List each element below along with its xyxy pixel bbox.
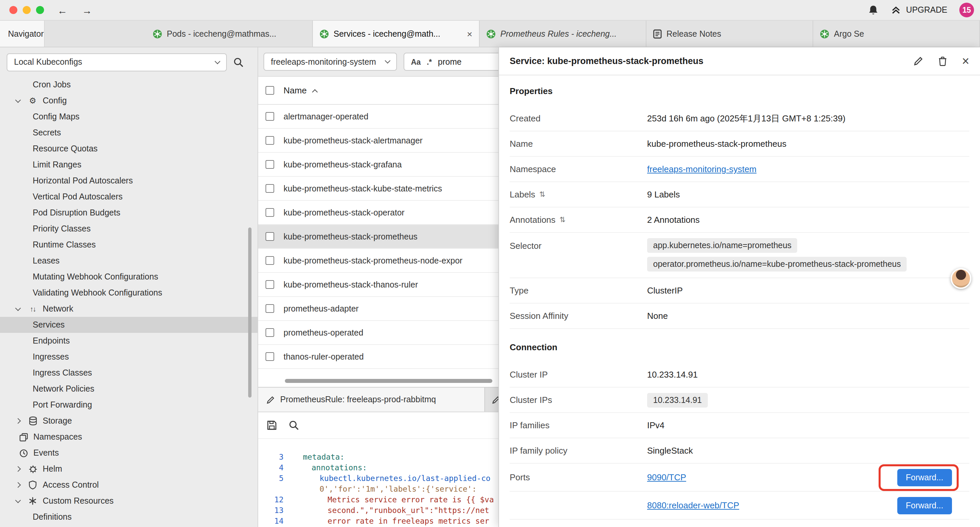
table-row[interactable]: kube-prometheus-stack-kube-state-metrics	[258, 177, 498, 201]
tab-prometheus-rules[interactable]: Prometheus Rules - icecheng...	[480, 21, 646, 47]
table-row[interactable]: thanos-ruler-operated	[258, 345, 498, 369]
dock-tab-partial[interactable]	[485, 388, 498, 412]
sidebar-item-validating-webhook-configurations[interactable]: Validating Webhook Configurations	[0, 285, 258, 301]
sort-ascending-icon[interactable]	[312, 89, 318, 95]
sidebar-group-config[interactable]: ⚙Config	[0, 93, 258, 109]
table-row[interactable]: kube-prometheus-stack-alertmanager	[258, 129, 498, 153]
search-icon[interactable]	[289, 420, 299, 430]
cluster-ip-badge: 10.233.14.91	[647, 393, 708, 407]
port-link[interactable]: 9090/TCP	[647, 472, 686, 482]
bell-icon[interactable]	[868, 4, 878, 16]
tab-services[interactable]: Services - icecheng@math... ×	[313, 21, 480, 47]
sidebar-item-label: Horizontal Pod Autoscalers	[33, 176, 133, 185]
sidebar-item-runtime-classes[interactable]: Runtime Classes	[0, 237, 258, 253]
sidebar-item-ingresses[interactable]: Ingresses	[0, 349, 258, 365]
sidebar-item-port-forwarding[interactable]: Port Forwarding	[0, 397, 258, 413]
maximize-window-button[interactable]	[36, 6, 44, 14]
sidebar-scrollbar[interactable]	[248, 228, 251, 398]
close-icon[interactable]: ×	[962, 55, 969, 67]
tab-pods[interactable]: Pods - icecheng@mathmas...	[146, 21, 313, 47]
sidebar-group-custom-resources[interactable]: Custom Resources	[0, 493, 258, 509]
forward-button[interactable]: Forward...	[897, 497, 952, 514]
expand-toggle-icon[interactable]: ⇅	[539, 190, 546, 199]
minimize-window-button[interactable]	[23, 6, 31, 14]
search-input[interactable]: Aa .* prome	[404, 53, 498, 71]
sidebar-item-network-policies[interactable]: Network Policies	[0, 381, 258, 397]
yaml-editor[interactable]: 3metadata: 4annotations: 5kubectl.kubern…	[258, 439, 498, 526]
sidebar-item-limit-ranges[interactable]: Limit Ranges	[0, 157, 258, 173]
sidebar-item-endpoints[interactable]: Endpoints	[0, 333, 258, 349]
regex-toggle[interactable]: .*	[426, 58, 432, 66]
sidebar-group-storage[interactable]: Storage	[0, 413, 258, 429]
row-checkbox[interactable]	[266, 352, 274, 361]
kubeconfig-selector[interactable]: Local Kubeconfigs	[7, 53, 227, 71]
sidebar-item-services[interactable]: Services	[0, 317, 258, 333]
table-row[interactable]: kube-prometheus-stack-prometheus-node-ex…	[258, 249, 498, 273]
match-case-toggle[interactable]: Aa	[411, 58, 421, 66]
table-row[interactable]: kube-prometheus-stack-thanos-ruler	[258, 273, 498, 297]
sidebar-item-horizontal-pod-autoscalers[interactable]: Horizontal Pod Autoscalers	[0, 173, 258, 189]
notification-badge[interactable]: 15	[959, 3, 974, 18]
row-checkbox[interactable]	[266, 232, 274, 241]
tab-argo[interactable]: Argo Se	[813, 21, 980, 47]
sidebar-item-vertical-pod-autoscalers[interactable]: Vertical Pod Autoscalers	[0, 189, 258, 205]
name-column-header[interactable]: Name	[283, 85, 307, 96]
sidebar-item-namespaces[interactable]: Namespaces	[0, 429, 258, 445]
row-checkbox[interactable]	[266, 304, 274, 313]
row-checkbox[interactable]	[266, 256, 274, 265]
close-window-button[interactable]	[10, 6, 18, 14]
sidebar-group-helm[interactable]: Helm	[0, 461, 258, 477]
property-value: None	[647, 311, 668, 321]
code-line: Metrics service error rate is {{ $va	[289, 495, 494, 504]
sidebar-item-pod-disruption-budgets[interactable]: Pod Disruption Budgets	[0, 205, 258, 221]
table-row[interactable]: kube-prometheus-stack-operator	[258, 201, 498, 225]
sidebar-item-mutating-webhook-configurations[interactable]: Mutating Webhook Configurations	[0, 269, 258, 285]
sidebar-item-ingress-classes[interactable]: Ingress Classes	[0, 365, 258, 381]
sidebar-item-priority-classes[interactable]: Priority Classes	[0, 221, 258, 237]
table-row[interactable]: alertmanager-operated	[258, 105, 498, 129]
code-line: kubectl.kubernetes.io/last-applied-co	[289, 474, 490, 483]
forward-button[interactable]: Forward...	[897, 469, 952, 486]
search-value[interactable]: prome	[438, 57, 461, 66]
sidebar-item-secrets[interactable]: Secrets	[0, 125, 258, 141]
sidebar-item-events[interactable]: Events	[0, 445, 258, 461]
sidebar-group-access-control[interactable]: Access Control	[0, 477, 258, 493]
save-icon[interactable]	[267, 420, 277, 430]
upgrade-button[interactable]: UPGRADE	[891, 5, 947, 15]
expand-toggle-icon[interactable]: ⇅	[559, 215, 565, 224]
close-tab-icon[interactable]: ×	[467, 29, 473, 39]
navigator-panel-tab[interactable]: Navigator	[0, 21, 45, 47]
sidebar-item-cron-jobs[interactable]: Cron Jobs	[0, 77, 258, 93]
search-icon[interactable]	[234, 57, 243, 67]
horizontal-scrollbar[interactable]	[285, 379, 492, 383]
chevron-down-icon	[215, 58, 221, 64]
port-link[interactable]: 8080:reloader-web/TCP	[647, 500, 739, 510]
row-checkbox[interactable]	[266, 184, 274, 193]
sidebar-item-resource-quotas[interactable]: Resource Quotas	[0, 141, 258, 157]
row-checkbox[interactable]	[266, 280, 274, 289]
table-row[interactable]: prometheus-operated	[258, 321, 498, 345]
sidebar-group-network[interactable]: ↑↓Network	[0, 301, 258, 317]
dock-tab-prometheusrule[interactable]: PrometheusRule: freeleaps-prod-rabbitmq	[258, 388, 485, 412]
user-avatar[interactable]	[951, 268, 971, 289]
edit-icon[interactable]	[913, 56, 923, 66]
row-checkbox[interactable]	[266, 136, 274, 145]
back-icon[interactable]: ←	[57, 4, 67, 16]
namespace-link[interactable]: freeleaps-monitoring-system	[647, 164, 757, 174]
table-row-selected[interactable]: kube-prometheus-stack-prometheus	[258, 225, 498, 249]
row-checkbox[interactable]	[266, 112, 274, 121]
property-label: Name	[510, 139, 647, 149]
sidebar-item-config-maps[interactable]: Config Maps	[0, 109, 258, 125]
sidebar-item-definitions[interactable]: Definitions	[0, 509, 258, 525]
forward-icon[interactable]: →	[82, 4, 92, 16]
select-all-checkbox[interactable]	[266, 86, 274, 95]
table-row[interactable]: kube-prometheus-stack-grafana	[258, 153, 498, 177]
row-checkbox[interactable]	[266, 328, 274, 337]
namespace-selector[interactable]: freeleaps-monitoring-system	[264, 53, 397, 71]
row-checkbox[interactable]	[266, 208, 274, 217]
delete-icon[interactable]	[938, 56, 947, 66]
table-row[interactable]: prometheus-adapter	[258, 297, 498, 321]
sidebar-item-leases[interactable]: Leases	[0, 253, 258, 269]
tab-release-notes[interactable]: Release Notes	[646, 21, 813, 47]
row-checkbox[interactable]	[266, 160, 274, 169]
